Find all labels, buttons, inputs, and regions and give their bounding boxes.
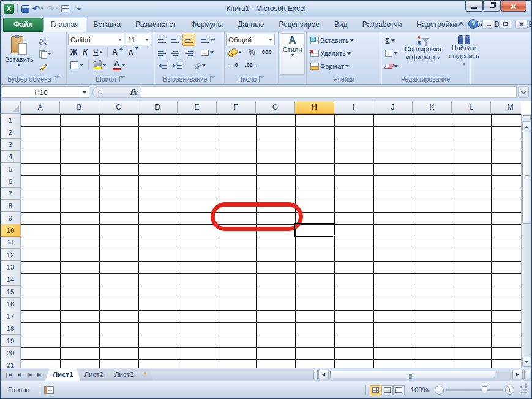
row-header-9[interactable]: 9 [1,212,21,224]
decrease-decimal-button[interactable]: ,00→ [243,59,260,71]
save-button[interactable] [21,3,30,14]
zoom-slider-thumb[interactable] [482,386,487,394]
increase-indent-button[interactable]: ▶ [170,59,184,72]
column-header-C[interactable]: C [99,101,138,114]
wrap-text-button[interactable]: ↩ [198,34,217,46]
tab-Разметка ст[interactable]: Разметка ст [128,18,184,32]
row-header-17[interactable]: 17 [1,310,21,322]
scroll-down-button[interactable]: ▼ [522,357,531,367]
row-header-13[interactable]: 13 [1,261,21,273]
name-box-dropdown[interactable] [80,87,89,97]
dialog-launcher[interactable] [210,76,215,82]
normal-view-button[interactable] [370,385,381,395]
resize-grip[interactable] [519,386,528,394]
select-all-corner[interactable] [1,101,21,114]
sheet-tab-Лист1[interactable]: Лист1 [45,368,81,381]
redo-button[interactable]: ↷▼ [47,3,59,14]
fill-button[interactable]: ↓ [383,47,400,59]
shrink-font-button[interactable]: А [126,46,141,58]
dialog-launcher[interactable] [259,76,264,82]
bold-button[interactable]: Ж [68,46,80,58]
row-header-19[interactable]: 19 [1,335,21,347]
quick-table-button[interactable] [61,3,70,14]
page-layout-view-button[interactable] [381,385,393,395]
workbook-restore-button[interactable] [499,20,511,29]
format-painter-button[interactable] [37,61,54,73]
column-header-F[interactable]: F [217,101,256,114]
clear-button[interactable] [383,60,400,72]
increase-decimal-button[interactable]: ←,0 [226,59,241,71]
align-bottom-button[interactable] [182,34,195,46]
customize-qat-button[interactable] [77,7,81,10]
comma-format-button[interactable]: 000 [260,46,275,58]
column-header-K[interactable]: K [413,101,452,114]
insert-cells-button[interactable]: Вставить [308,34,380,47]
horizontal-scroll-thumb[interactable] [330,371,495,378]
column-header-G[interactable]: G [256,101,295,114]
orientation-button[interactable]: ab [192,59,208,72]
font-size-combo[interactable]: 11 [126,34,151,45]
formula-input[interactable] [141,86,517,98]
sheet-tab-Лист2[interactable]: Лист2 [77,368,111,381]
tab-Главная[interactable]: Главная [43,18,86,32]
merge-center-button[interactable]: ↔ [198,47,216,59]
column-header-B[interactable]: B [60,101,99,114]
next-sheet-button[interactable]: ▶ [25,370,36,380]
row-header-12[interactable]: 12 [1,249,21,261]
paste-button[interactable]: Вставить [2,33,37,75]
underline-button[interactable]: Ч [91,46,105,58]
tab-Надстройки[interactable]: Надстройки [409,18,464,32]
expand-formula-bar-button[interactable] [518,86,529,98]
tab-Рецензирое[interactable]: Рецензирое [271,18,326,32]
zoom-in-button[interactable]: + [505,386,514,395]
excel-logo-icon[interactable]: X [4,4,14,14]
row-header-18[interactable]: 18 [1,322,21,335]
align-right-button[interactable] [182,47,195,59]
tab-Разработчи[interactable]: Разработчи [355,18,410,32]
row-header-8[interactable]: 8 [1,200,21,212]
last-sheet-button[interactable]: ▶❘ [36,370,47,380]
prev-sheet-button[interactable]: ◀ [14,370,24,380]
macro-record-icon[interactable] [44,386,54,394]
column-header-L[interactable]: L [452,101,491,114]
align-middle-button[interactable] [169,34,182,46]
workbook-minimize-button[interactable] [482,20,495,29]
vertical-split-handle[interactable] [523,115,531,120]
column-header-I[interactable]: I [334,101,373,114]
row-header-6[interactable]: 6 [1,175,21,188]
zoom-out-button[interactable]: − [435,386,444,395]
scroll-up-button[interactable]: ▲ [522,121,531,131]
column-header-M[interactable]: M [491,101,521,114]
grow-font-button[interactable]: А [110,46,126,58]
tab-Формулы[interactable]: Формулы [184,18,230,32]
row-header-16[interactable]: 16 [1,298,21,310]
row-header-7[interactable]: 7 [1,188,21,200]
help-button[interactable]: ? [468,19,478,29]
minimize-button[interactable] [465,1,483,12]
zoom-slider[interactable] [446,389,503,391]
row-header-11[interactable]: 11 [1,237,21,249]
first-sheet-button[interactable]: ❘◀ [3,370,13,380]
align-center-button[interactable] [169,47,182,59]
format-cells-button[interactable]: Формат [308,60,380,72]
number-format-combo[interactable]: Общий [226,34,275,45]
row-header-20[interactable]: 20 [1,347,21,359]
align-left-button[interactable] [155,47,168,59]
row-header-15[interactable]: 15 [1,286,21,298]
scroll-right-button[interactable]: ▶ [512,370,523,379]
fill-handle[interactable] [333,235,336,238]
align-top-button[interactable] [155,34,168,46]
column-header-J[interactable]: J [373,101,413,114]
fill-color-button[interactable] [91,59,109,71]
tab-Данные[interactable]: Данные [230,18,271,32]
restore-button[interactable] [483,1,501,12]
active-cell-selection[interactable] [294,223,335,237]
row-header-14[interactable]: 14 [1,273,21,286]
workbook-close-button[interactable] [515,20,528,29]
row-header-10[interactable]: 10 [1,224,21,237]
page-break-view-button[interactable] [393,385,405,395]
row-header-4[interactable]: 4 [1,151,21,163]
decrease-indent-button[interactable]: ◀ [155,59,170,72]
tab-Вид[interactable]: Вид [327,18,355,32]
scroll-left-button[interactable]: ◀ [318,370,329,379]
